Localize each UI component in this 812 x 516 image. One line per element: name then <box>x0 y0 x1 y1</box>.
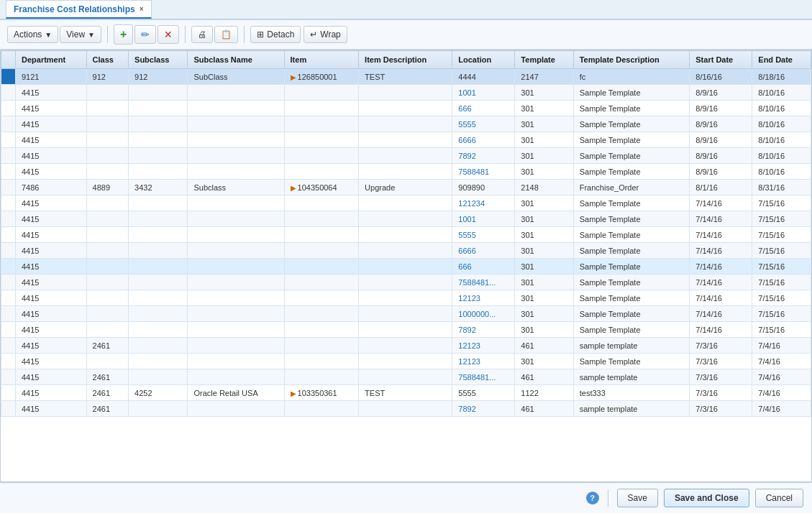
tab-label: Franchise Cost Relationships <box>14 4 135 14</box>
row-selector <box>1 164 16 180</box>
th-start-date[interactable]: Start Date <box>690 51 752 69</box>
th-department[interactable]: Department <box>16 51 87 69</box>
item-flag-icon: ▶ <box>291 73 296 81</box>
table-row[interactable]: 4415666301Sample Template8/9/168/10/16 <box>1 101 811 116</box>
cancel-button[interactable]: Cancel <box>755 489 803 507</box>
cell-location[interactable]: 6666 <box>452 132 515 148</box>
th-item-description[interactable]: Item Description <box>359 51 452 69</box>
cell-location[interactable]: 666 <box>452 101 515 116</box>
cell-item-description <box>359 195 452 211</box>
view-button[interactable]: View ▼ <box>60 26 101 43</box>
table-container[interactable]: Department Class Subclass Subclass Name … <box>0 50 812 482</box>
location-link[interactable]: 1000000... <box>458 310 496 318</box>
th-template[interactable]: Template <box>515 51 573 69</box>
cell-location[interactable]: 12123 <box>452 290 515 306</box>
table-row[interactable]: 4415121234301Sample Template7/14/167/15/… <box>1 195 811 211</box>
cell-location[interactable]: 12123 <box>452 338 515 354</box>
cell-location[interactable]: 1001 <box>452 85 515 101</box>
location-link[interactable]: 5555 <box>458 231 475 239</box>
cell-location[interactable]: 121234 <box>452 195 515 211</box>
delete-button[interactable]: ✕ <box>158 25 179 44</box>
cell-subclass-name <box>188 401 284 417</box>
location-link[interactable]: 666 <box>458 262 471 271</box>
cell-location[interactable]: 12123 <box>452 354 515 369</box>
cell-item <box>284 243 359 259</box>
edit-button[interactable]: ✏ <box>134 25 156 44</box>
th-end-date[interactable]: End Date <box>752 51 811 69</box>
cell-location[interactable]: 7892 <box>452 401 515 417</box>
location-link[interactable]: 7892 <box>458 405 475 413</box>
table-row[interactable]: 44157892301Sample Template7/14/167/15/16 <box>1 322 811 338</box>
cell-location[interactable]: 5555 <box>452 227 515 243</box>
location-link[interactable]: 12123 <box>458 341 480 350</box>
table-row[interactable]: 44155555301Sample Template7/14/167/15/16 <box>1 227 811 243</box>
table-row[interactable]: 44157892301Sample Template8/9/168/10/16 <box>1 148 811 164</box>
location-link[interactable]: 1001 <box>458 215 475 224</box>
th-item[interactable]: Item <box>284 51 359 69</box>
tab-franchise-cost[interactable]: Franchise Cost Relationships × <box>6 0 152 19</box>
table-row[interactable]: 9121912912SubClass▶126850001TEST44442147… <box>1 69 811 85</box>
cell-location[interactable]: 7892 <box>452 148 515 164</box>
location-link[interactable]: 12123 <box>458 294 480 303</box>
table-row[interactable]: 44156666301Sample Template8/9/168/10/16 <box>1 132 811 148</box>
cell-item-description <box>359 85 452 101</box>
table-row[interactable]: 441524614252Oracle Retail USA▶103350361T… <box>1 385 811 401</box>
table-row[interactable]: 4415246112123461sample template7/3/167/4… <box>1 338 811 354</box>
location-link[interactable]: 6666 <box>458 247 475 255</box>
help-button[interactable]: ? <box>586 492 599 505</box>
cell-template-desc: Sample Template <box>573 275 690 290</box>
cell-location[interactable]: 6666 <box>452 243 515 259</box>
location-link[interactable]: 7588481 <box>458 167 489 176</box>
cell-subclass-name <box>188 243 284 259</box>
cell-class <box>86 354 128 369</box>
location-link[interactable]: 5555 <box>458 120 475 129</box>
location-link[interactable]: 666 <box>458 104 471 113</box>
cell-start-date: 7/14/16 <box>690 243 752 259</box>
save-button[interactable]: Save <box>617 489 658 507</box>
location-link[interactable]: 6666 <box>458 136 475 144</box>
tab-close-icon[interactable]: × <box>140 5 144 13</box>
th-class[interactable]: Class <box>86 51 128 69</box>
table-row[interactable]: 441524617588481...461sample template7/3/… <box>1 369 811 385</box>
cell-location[interactable]: 1000000... <box>452 306 515 322</box>
location-link[interactable]: 7892 <box>458 326 475 334</box>
table-row[interactable]: 441512123301Sample Template7/3/167/4/16 <box>1 354 811 369</box>
table-row[interactable]: 748648893432Subclass▶104350064Upgrade909… <box>1 180 811 195</box>
table-row[interactable]: 44151001301Sample Template7/14/167/15/16 <box>1 211 811 227</box>
add-button[interactable]: + <box>114 24 133 45</box>
table-row[interactable]: 44157588481301Sample Template8/9/168/10/… <box>1 164 811 180</box>
location-link[interactable]: 7588481... <box>458 373 496 382</box>
actions-button[interactable]: Actions ▼ <box>7 26 58 43</box>
cell-location[interactable]: 7588481... <box>452 369 515 385</box>
print-button[interactable]: 🖨 <box>191 26 213 43</box>
location-link[interactable]: 121234 <box>458 199 485 208</box>
cell-location[interactable]: 7892 <box>452 322 515 338</box>
table-row[interactable]: 44156666301Sample Template7/14/167/15/16 <box>1 243 811 259</box>
th-subclass[interactable]: Subclass <box>129 51 188 69</box>
table-row[interactable]: 44151000000...301Sample Template7/14/167… <box>1 306 811 322</box>
table-row[interactable]: 441512123301Sample Template7/14/167/15/1… <box>1 290 811 306</box>
table-row[interactable]: 4415666301Sample Template7/14/167/15/16 <box>1 259 811 275</box>
cell-location[interactable]: 1001 <box>452 211 515 227</box>
location-link[interactable]: 12123 <box>458 357 480 366</box>
location-link[interactable]: 7892 <box>458 152 475 160</box>
wrap-button[interactable]: ↵ Wrap <box>304 26 347 43</box>
table-row[interactable]: 44155555301Sample Template8/9/168/10/16 <box>1 116 811 132</box>
cell-location[interactable]: 5555 <box>452 116 515 132</box>
table-row[interactable]: 44151001301Sample Template8/9/168/10/16 <box>1 85 811 101</box>
table-row[interactable]: 441524617892461sample template7/3/167/4/… <box>1 401 811 417</box>
th-template-description[interactable]: Template Description <box>573 51 690 69</box>
location-link[interactable]: 1001 <box>458 88 475 97</box>
table-row[interactable]: 44157588481...301Sample Template7/14/167… <box>1 275 811 290</box>
cell-location[interactable]: 7588481... <box>452 275 515 290</box>
cell-department: 4415 <box>16 101 87 116</box>
cell-location[interactable]: 666 <box>452 259 515 275</box>
cell-start-date: 8/9/16 <box>690 148 752 164</box>
th-location[interactable]: Location <box>452 51 515 69</box>
save-close-button[interactable]: Save and Close <box>664 489 749 507</box>
cell-location[interactable]: 7588481 <box>452 164 515 180</box>
copy-button[interactable]: 📋 <box>214 26 238 43</box>
th-subclass-name[interactable]: Subclass Name <box>188 51 284 69</box>
detach-button[interactable]: ⊞ Detach <box>250 26 301 43</box>
location-link[interactable]: 7588481... <box>458 278 496 287</box>
